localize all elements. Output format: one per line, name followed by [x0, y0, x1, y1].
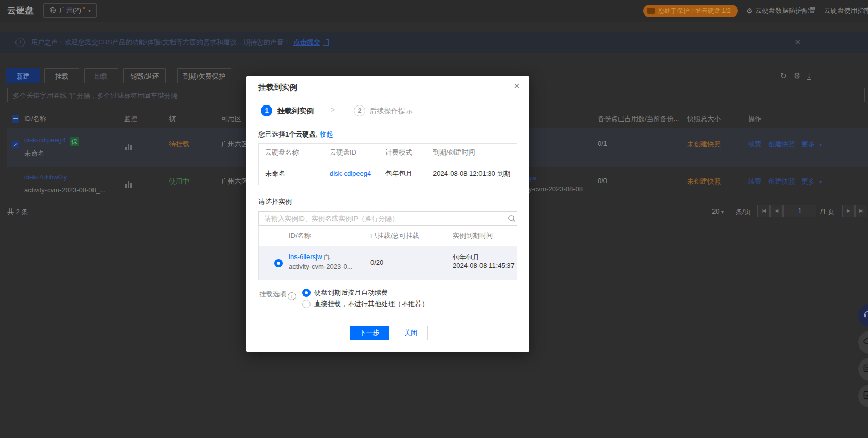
radio-unselected-icon[interactable]	[302, 300, 311, 308]
expire-time: 2024-08-08 12:01:30 到期	[433, 161, 510, 186]
more-link[interactable]: 更多	[801, 140, 815, 148]
refresh-icon[interactable]: ↻	[780, 71, 787, 81]
region-alert-dot	[83, 7, 85, 9]
next-step-button[interactable]: 下一步	[350, 326, 389, 340]
download-icon[interactable]: ↓	[807, 71, 811, 80]
support-headset-button[interactable]	[858, 304, 868, 327]
disk-name: 未命名	[24, 149, 44, 158]
status-badge: 使用中	[169, 177, 189, 186]
create-snapshot-link[interactable]: 创建快照	[768, 140, 795, 148]
step-2-label: 后续操作提示	[369, 107, 413, 116]
feedback-doc-button[interactable]	[858, 358, 868, 381]
zone-value: 广州六区	[221, 177, 248, 186]
instance-name: activity-cvm-2023-0...	[289, 263, 353, 270]
col-id-name: ID/名称	[24, 109, 47, 129]
option-auto-renew[interactable]: 硬盘到期后按月自动续费	[302, 288, 388, 297]
disk-name: activity-cvm-2023-08-08_...	[24, 186, 105, 194]
feedback-banner: i 用户之声：欢迎您提交CBS产品的功能/体验/文档等方面的需求和建议，期待您的…	[0, 32, 868, 53]
billing-mode: 包年包月	[385, 161, 412, 186]
region-label: 广州(2)	[59, 6, 81, 15]
usage-guide-link[interactable]: 云硬盘使用指南	[824, 6, 868, 16]
detach-button: 卸载	[84, 68, 118, 83]
protected-disks-badge[interactable]: 您处于保护中的云硬盘 1/2	[643, 5, 738, 17]
step-1-label: 挂载到实例	[277, 107, 314, 116]
status-badge: 待挂载	[169, 140, 189, 149]
expire-protect-button[interactable]: 到期/欠费保护	[177, 68, 231, 83]
backup-value: 0/1	[598, 140, 607, 147]
snapshot-value: 未创建快照	[687, 140, 721, 149]
instance-billing: 包年包月	[453, 253, 479, 262]
monitor-chart-icon[interactable]	[125, 144, 132, 150]
protected-badge: 保	[70, 137, 79, 146]
disk-id-link[interactable]: disk-cdipeeg4	[24, 136, 66, 144]
gear-icon: ⚙	[746, 7, 753, 15]
col-snapshot: 快照总大小	[687, 109, 721, 129]
disk-id-link: disk-cdipeeg4	[330, 161, 371, 186]
protected-disks-label: 您处于保护中的云硬盘 1/2	[658, 7, 731, 16]
step-1-circle: 1	[261, 105, 272, 116]
last-page-button[interactable]: ▶|	[855, 205, 867, 217]
renew-link[interactable]: 续费	[748, 140, 762, 148]
instance-radio[interactable]	[274, 259, 283, 269]
selected-disk-summary: 您已选择1个云硬盘, 收起	[258, 130, 333, 139]
first-page-button[interactable]: |◀	[757, 205, 770, 217]
search-icon[interactable]	[508, 215, 516, 224]
info-icon[interactable]: i	[288, 292, 296, 300]
attach-to-instance-modal: 挂载到实例 × 1 挂载到实例 > 2 后续操作提示 您已选择1个云硬盘, 收起…	[246, 76, 529, 352]
backup-value: 0/0	[598, 177, 607, 185]
instance-row[interactable]: ins-6ilersjw activity-cvm-2023-0... 0/20…	[259, 246, 517, 280]
banner-close-icon[interactable]: ✕	[794, 38, 801, 47]
topbar-right: 您处于保护中的云硬盘 1/2 ⚙ 云硬盘数据防护配置 云硬盘使用指南	[643, 5, 868, 17]
more-link[interactable]: 更多	[801, 177, 815, 185]
modal-close-icon[interactable]: ×	[514, 80, 520, 92]
filter-icon[interactable]	[171, 109, 177, 129]
monitor-chart-icon[interactable]	[125, 181, 132, 188]
disk-name: 未命名	[265, 161, 285, 186]
total-pages-label: /1 页	[820, 207, 834, 217]
cbs-console-screen: 云硬盘 广州(2) ▾ 您处于保护中的云硬盘 1/2 ⚙ 云硬盘数据防护配置 云…	[0, 0, 868, 438]
zone-value: 广州六区	[221, 140, 248, 149]
disk-table-row: 未命名 disk-cdipeeg4 包年包月 2024-08-08 12:01:…	[259, 161, 517, 186]
region-selector[interactable]: 广州(2) ▾	[43, 3, 97, 18]
current-page-input[interactable]: 1	[783, 205, 816, 217]
collapse-link[interactable]: 收起	[319, 130, 333, 138]
settings-icon[interactable]: ⚙	[794, 71, 800, 81]
page-size-select[interactable]: 20 ▾	[712, 207, 724, 215]
data-protect-config-link[interactable]: ⚙ 云硬盘数据防护配置	[746, 6, 816, 16]
row-checkbox[interactable]: ✓	[12, 141, 19, 148]
modal-close-button[interactable]: 关闭	[394, 326, 428, 340]
renew-link[interactable]: 续费	[748, 177, 762, 185]
instance-search-input[interactable]	[258, 211, 517, 226]
shield-disk-icon	[647, 8, 655, 14]
col-monitor: 监控	[124, 109, 137, 129]
chevron-down-icon: ▾	[88, 8, 91, 13]
destroy-return-button[interactable]: 销毁/退还	[123, 68, 166, 83]
option-direct-attach[interactable]: 直接挂载，不进行其他处理（不推荐）	[302, 299, 428, 309]
prev-page-button[interactable]: ◀	[770, 205, 783, 217]
copy-icon[interactable]	[324, 254, 330, 260]
disk-table-header: 云硬盘名称 云硬盘ID 计费模式 到期/创建时间	[259, 144, 517, 161]
snapshot-value: 未创建快照	[687, 177, 721, 186]
document-icon	[863, 364, 868, 372]
chevron-down-icon: ▾	[819, 179, 822, 185]
banner-submit-link[interactable]: 点击提交	[293, 38, 320, 47]
instance-table-header: ID/名称 已挂载/总可挂载 实例到期时间	[259, 225, 517, 246]
create-snapshot-link[interactable]: 创建快照	[768, 177, 795, 185]
banner-text: 用户之声：欢迎您提交CBS产品的功能/体验/文档等方面的需求和建议，期待您的声音…	[31, 38, 290, 47]
survey-button[interactable]	[858, 385, 868, 407]
cloud-assistant-button[interactable]	[858, 331, 868, 354]
instance-id-link[interactable]: ins-6ilersjw	[289, 253, 322, 261]
disk-id-link[interactable]: disk-7uhbw0iy	[24, 173, 67, 181]
globe-icon	[49, 7, 56, 14]
attach-options-label: 挂载选项i	[259, 290, 296, 300]
selected-disk-table: 云硬盘名称 云硬盘ID 计费模式 到期/创建时间 未命名 disk-cdipee…	[258, 143, 517, 185]
row-checkbox[interactable]	[12, 178, 19, 187]
step-arrow-icon: >	[331, 105, 335, 114]
next-page-button[interactable]: ▶	[842, 205, 855, 217]
step-2-circle: 2	[354, 105, 365, 116]
attach-button[interactable]: 挂载	[44, 68, 79, 83]
radio-selected-icon[interactable]	[302, 289, 311, 297]
headset-icon	[863, 310, 868, 319]
create-disk-button[interactable]: 新建	[6, 68, 40, 83]
chevron-down-icon: ▾	[819, 142, 822, 147]
